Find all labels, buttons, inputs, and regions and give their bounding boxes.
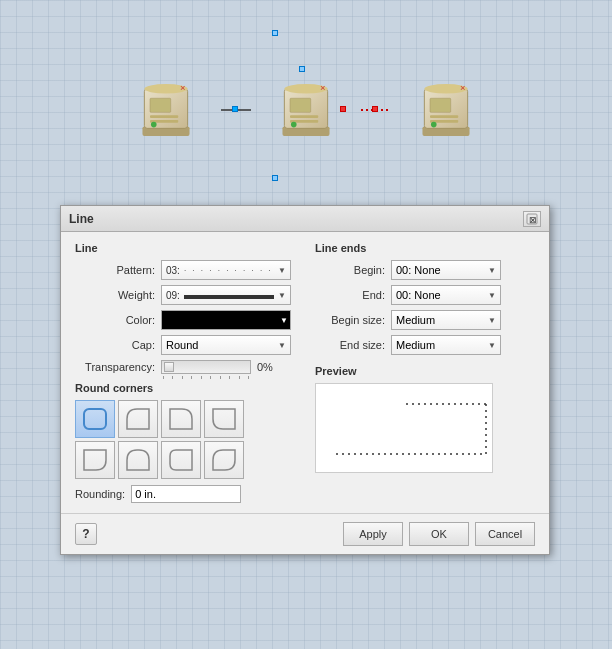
- svg-rect-21: [430, 98, 451, 112]
- end-select[interactable]: 00: None ▼: [391, 285, 501, 305]
- dialog-title: Line: [69, 212, 94, 226]
- weight-label: Weight:: [75, 289, 155, 301]
- help-button[interactable]: ?: [75, 523, 97, 545]
- corner-btn-topleft[interactable]: [118, 400, 158, 438]
- end-size-label: End size:: [315, 339, 385, 351]
- begin-label: Begin:: [315, 264, 385, 276]
- apply-button[interactable]: Apply: [343, 522, 403, 546]
- dialog-close-button[interactable]: ⊠: [523, 211, 541, 227]
- dialog-content: Line Pattern: 03: · · · · · · · · · · · …: [61, 232, 549, 513]
- transparency-slider[interactable]: [161, 360, 251, 374]
- color-row: Color: ▼: [75, 310, 295, 330]
- pattern-label: Pattern:: [75, 264, 155, 276]
- line-section-label: Line: [75, 242, 295, 254]
- round-corners-section: Round corners: [75, 382, 295, 503]
- weight-row: Weight: 09: ▼: [75, 285, 295, 305]
- connector-2: [361, 108, 391, 112]
- svg-text:⊠: ⊠: [529, 215, 537, 225]
- preview-label: Preview: [315, 365, 535, 377]
- corners-row-1: [75, 400, 295, 438]
- svg-rect-4: [150, 115, 178, 118]
- svg-point-24: [431, 122, 437, 128]
- canvas-area: ×: [0, 0, 612, 200]
- ok-button[interactable]: OK: [409, 522, 469, 546]
- round-corners-label: Round corners: [75, 382, 295, 394]
- transparency-slider-container: [161, 360, 251, 374]
- cancel-button[interactable]: Cancel: [475, 522, 535, 546]
- footer-left: ?: [75, 523, 97, 545]
- server-icon-1: ×: [131, 70, 201, 150]
- corner-btn-top[interactable]: [118, 441, 158, 479]
- end-size-row: End size: Medium ▼: [315, 335, 535, 355]
- svg-point-6: [151, 122, 157, 128]
- cap-label: Cap:: [75, 339, 155, 351]
- preview-section: Preview: [315, 365, 535, 473]
- line-ends-label: Line ends: [315, 242, 535, 254]
- svg-rect-3: [150, 98, 171, 112]
- begin-size-row: Begin size: Medium ▼: [315, 310, 535, 330]
- footer-right: Apply OK Cancel: [343, 522, 535, 546]
- corner-btn-topright[interactable]: [161, 400, 201, 438]
- rounding-input[interactable]: [131, 485, 241, 503]
- dialog-left: Line Pattern: 03: · · · · · · · · · · · …: [75, 242, 295, 503]
- transparency-row: Transparency: 0%: [75, 360, 295, 374]
- svg-rect-13: [290, 115, 318, 118]
- corner-btn-left[interactable]: [161, 441, 201, 479]
- rounding-row: Rounding:: [75, 485, 295, 503]
- preview-box: [315, 383, 493, 473]
- preview-svg: [316, 384, 493, 473]
- svg-text:×: ×: [180, 82, 186, 93]
- pattern-select[interactable]: 03: · · · · · · · · · · · ▼: [161, 260, 291, 280]
- begin-size-label: Begin size:: [315, 314, 385, 326]
- server-group: ×: [131, 70, 481, 150]
- svg-point-15: [291, 122, 297, 128]
- dialog-footer: ? Apply OK Cancel: [61, 513, 549, 554]
- cap-row: Cap: Round ▼: [75, 335, 295, 355]
- dialog-titlebar: Line ⊠: [61, 206, 549, 232]
- line-ends-section: Line ends Begin: 00: None ▼ End: 00: N: [315, 242, 535, 355]
- corner-btn-diagonal[interactable]: [204, 441, 244, 479]
- begin-select[interactable]: 00: None ▼: [391, 260, 501, 280]
- svg-rect-12: [290, 98, 311, 112]
- svg-rect-28: [84, 409, 106, 429]
- svg-text:×: ×: [320, 82, 326, 93]
- server-icon-2[interactable]: ×: [271, 70, 341, 150]
- begin-size-select[interactable]: Medium ▼: [391, 310, 501, 330]
- corners-row-2: [75, 441, 295, 479]
- rounding-label: Rounding:: [75, 488, 125, 500]
- pattern-row: Pattern: 03: · · · · · · · · · · · ▼: [75, 260, 295, 280]
- dialog-columns: Line Pattern: 03: · · · · · · · · · · · …: [75, 242, 535, 503]
- transparency-value: 0%: [257, 361, 273, 373]
- line-dialog: Line ⊠ Line Pattern: 03: · · · · · · · ·…: [60, 205, 550, 555]
- color-select[interactable]: ▼: [161, 310, 291, 330]
- begin-row: Begin: 00: None ▼: [315, 260, 535, 280]
- corner-btn-all[interactable]: [75, 400, 115, 438]
- connector-1: [221, 108, 251, 112]
- end-label: End:: [315, 289, 385, 301]
- svg-text:×: ×: [460, 82, 466, 93]
- cap-select[interactable]: Round ▼: [161, 335, 291, 355]
- weight-select[interactable]: 09: ▼: [161, 285, 291, 305]
- server-icon-3: ×: [411, 70, 481, 150]
- end-row: End: 00: None ▼: [315, 285, 535, 305]
- dialog-right: Line ends Begin: 00: None ▼ End: 00: N: [315, 242, 535, 503]
- transparency-label: Transparency:: [75, 361, 155, 373]
- corner-btn-bottomright[interactable]: [75, 441, 115, 479]
- svg-rect-22: [430, 115, 458, 118]
- corner-btn-bottomleft[interactable]: [204, 400, 244, 438]
- color-label: Color:: [75, 314, 155, 326]
- end-size-select[interactable]: Medium ▼: [391, 335, 501, 355]
